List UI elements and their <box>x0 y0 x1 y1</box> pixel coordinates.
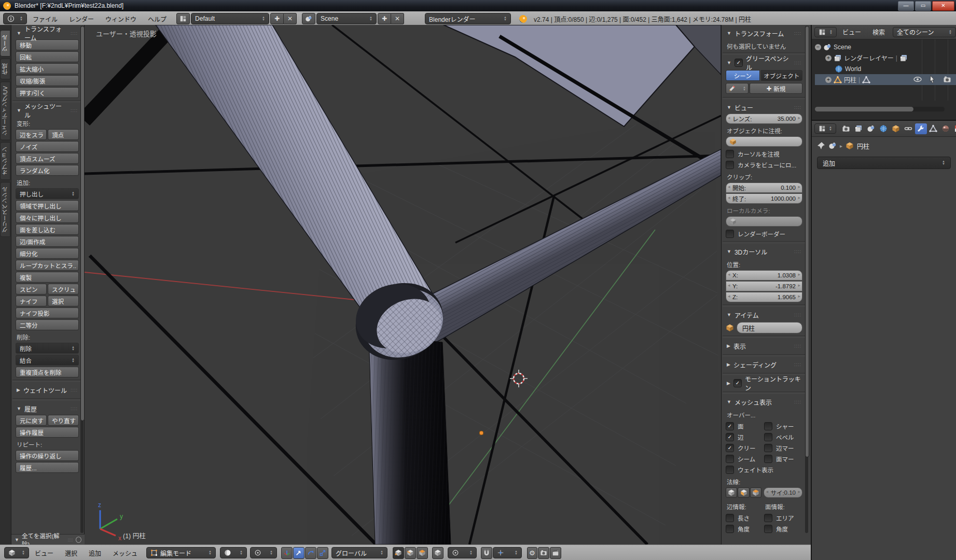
panel-display-header[interactable]: ▶ 表示 <box>726 340 802 352</box>
opengl-render-animation-button[interactable] <box>550 547 561 559</box>
face-marks-row[interactable]: 面マー <box>764 453 802 464</box>
opengl-render-settings-button[interactable]: ⚙ <box>527 547 537 559</box>
vertex-slide-button[interactable]: 頂点 <box>48 129 79 140</box>
panel-3d-cursor-header[interactable]: ▼ 3Dカーソル <box>726 245 802 258</box>
tab-texture[interactable] <box>952 123 956 134</box>
scene-select[interactable]: Scene <box>316 13 377 24</box>
gpencil-object-toggle[interactable]: オブジェクト <box>761 70 802 81</box>
minimize-button[interactable]: — <box>898 1 914 11</box>
object-name-field[interactable]: 円柱 <box>737 322 802 333</box>
panel-grip[interactable] <box>71 31 78 36</box>
edges-checkbox[interactable] <box>726 433 734 441</box>
make-edge-face-button[interactable]: 辺/面作成 <box>16 236 79 247</box>
collapse-icon[interactable]: − <box>815 44 821 50</box>
clip-start-field[interactable]: 開始: 0.100 <box>726 183 802 193</box>
seams-row[interactable]: シーム <box>726 453 764 464</box>
vertex-normals-toggle[interactable] <box>726 487 737 498</box>
edge-slide-button[interactable]: 辺をスラ <box>16 129 47 140</box>
remove-doubles-button[interactable]: 重複頂点を削除 <box>16 367 79 377</box>
expand-icon[interactable]: + <box>825 77 832 83</box>
panel-select-all-header[interactable]: ▼ 全てを選択(解除) :::: <box>11 534 85 544</box>
bevel-checkbox[interactable] <box>764 433 772 441</box>
tab-modifiers[interactable] <box>915 123 927 134</box>
tab-grease-pencil[interactable]: グリースペンシル <box>0 182 10 237</box>
lock-to-cursor-row[interactable]: カーソルを注視 <box>726 148 802 159</box>
viewport-menu-mesh[interactable]: メッシュ <box>107 549 143 557</box>
lock-camera-row[interactable]: カメラをビューにロ... <box>726 159 802 170</box>
render-border-row[interactable]: レンダーボーダー <box>726 228 802 239</box>
delete-menu-button[interactable]: 削除 <box>16 343 79 354</box>
panel-grip[interactable] <box>794 312 801 317</box>
snap-element-select[interactable] <box>493 547 522 558</box>
edge-marks-checkbox[interactable] <box>764 444 772 452</box>
lock-object-field[interactable] <box>726 136 802 147</box>
tab-render-layers[interactable] <box>853 123 865 134</box>
rotate-manipulator-button[interactable] <box>305 547 316 559</box>
pin-icon[interactable] <box>817 142 825 150</box>
tab-material[interactable] <box>940 123 952 134</box>
panel-view-header[interactable]: ▼ ビュー <box>726 101 802 114</box>
spin-button[interactable]: スピン <box>16 284 47 295</box>
viewport-menu-add[interactable]: 追加 <box>83 549 107 557</box>
panel-grip[interactable] <box>71 406 78 411</box>
edge-angle-row[interactable]: 角度 <box>726 523 764 534</box>
menu-file[interactable]: ファイル <box>27 15 63 23</box>
edge-length-row[interactable]: 長さ <box>726 512 764 523</box>
bisect-button[interactable]: 二等分 <box>16 319 79 330</box>
grease-pencil-checkbox[interactable] <box>735 59 743 67</box>
local-camera-field[interactable] <box>726 216 802 227</box>
mode-select[interactable]: 編集モード <box>146 547 216 558</box>
subdivide-button[interactable]: 細分化 <box>16 248 79 259</box>
add-screen-button[interactable]: ✚ <box>270 13 284 24</box>
duplicate-button[interactable]: 複製 <box>16 272 79 283</box>
faces-row[interactable]: 面 <box>726 421 764 431</box>
screen-layout-select[interactable]: Default <box>191 13 269 24</box>
cursor-z-field[interactable]: Z: 1.9065 <box>726 292 802 302</box>
panel-weight-tools-header[interactable]: ▶ ウェイトツール <box>16 384 79 396</box>
shrink-fatten-button[interactable]: 収縮/膨張 <box>16 75 79 86</box>
translate-manipulator-button[interactable] <box>293 547 304 559</box>
snap-toggle-button[interactable] <box>481 547 492 559</box>
tab-tools[interactable]: ツール <box>0 30 10 57</box>
panel-grip[interactable] <box>794 343 801 348</box>
outliner-menu-view[interactable]: ビュー <box>837 27 867 36</box>
properties-editor-type-button[interactable] <box>814 123 836 134</box>
panel-item-header[interactable]: ▼ アイテム <box>726 309 802 321</box>
edges-row[interactable]: 辺 <box>726 431 764 442</box>
tab-create[interactable]: 作成 <box>0 59 10 79</box>
face-select-mode-button[interactable] <box>417 547 428 559</box>
viewport-menu-view[interactable]: ビュー <box>29 549 59 557</box>
outliner-row-cylinder[interactable]: + 円柱 | <box>815 74 956 85</box>
lens-field[interactable]: レンズ: 35.000 <box>726 114 802 124</box>
panel-grease-pencil-header[interactable]: ▼ グリースペンシル <box>726 57 802 69</box>
panel-grip[interactable] <box>794 362 801 367</box>
viewport-shading-select[interactable] <box>220 547 247 558</box>
eye-icon[interactable] <box>913 75 922 83</box>
edge-angle-checkbox[interactable] <box>726 525 734 533</box>
knife-project-button[interactable]: ナイフ投影 <box>16 307 79 318</box>
panel-npanel-transform-header[interactable]: ▼ トランスフォーム <box>726 27 802 39</box>
expand-icon[interactable]: + <box>825 55 832 61</box>
gpencil-layer-button[interactable] <box>726 83 749 94</box>
vertex-select-mode-button[interactable] <box>393 547 404 559</box>
panel-shading-header[interactable]: ▶ シェーディング <box>726 358 802 371</box>
rotate-button[interactable]: 回転 <box>16 51 79 62</box>
noise-button[interactable]: ノイズ <box>16 141 79 152</box>
render-engine-select[interactable]: Blenderレンダー <box>425 13 511 24</box>
weight-display-row[interactable]: ウェイト表示 <box>726 464 802 475</box>
gpencil-new-button[interactable]: ✚新規 <box>750 83 802 94</box>
npanel-scrollbar-thumb[interactable] <box>805 26 809 457</box>
add-scene-button[interactable]: ✚ <box>378 13 391 24</box>
repeat-history-button[interactable]: 履歴... <box>16 462 79 473</box>
randomize-button[interactable]: ランダム化 <box>16 165 79 176</box>
outliner-h-scrollbar[interactable] <box>815 107 945 111</box>
proportional-edit-select[interactable] <box>448 547 477 558</box>
panel-grip[interactable] <box>71 108 78 113</box>
face-marks-checkbox[interactable] <box>764 455 772 463</box>
panel-mesh-display-header[interactable]: ▼ メッシュ表示 <box>726 396 802 408</box>
face-normals-toggle[interactable] <box>750 487 761 498</box>
repeat-last-button[interactable]: 操作の繰り返し <box>16 450 79 461</box>
outliner-filter-select[interactable]: 全てのシーン <box>893 27 956 37</box>
merge-menu-button[interactable]: 結合 <box>16 355 79 366</box>
face-area-row[interactable]: エリア <box>764 512 802 523</box>
